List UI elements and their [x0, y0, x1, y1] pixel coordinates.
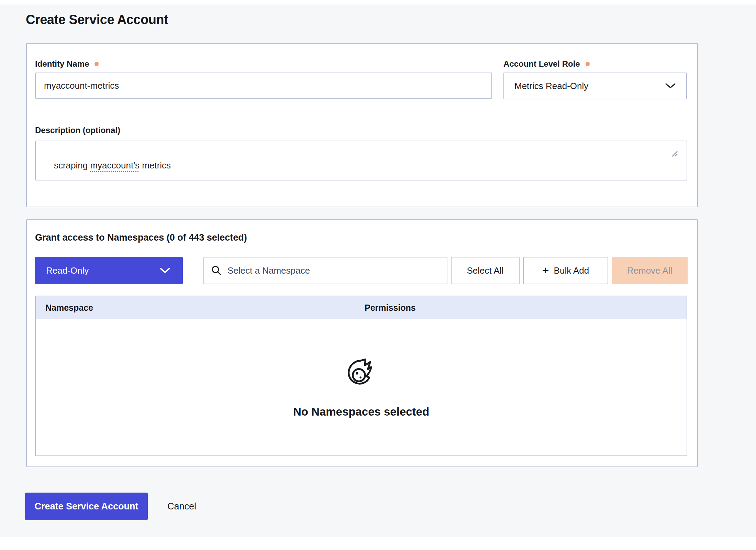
identity-name-input[interactable]: [35, 73, 492, 99]
namespace-search[interactable]: [203, 257, 447, 284]
chevron-down-icon: [159, 267, 170, 274]
description-misspelled-word: myaccount's: [90, 160, 140, 170]
description-label: Description (optional): [35, 125, 120, 135]
description-text: metrics: [140, 160, 171, 170]
comet-icon: [346, 357, 377, 388]
bottom-strip: [0, 537, 756, 550]
cancel-button[interactable]: Cancel: [159, 493, 205, 520]
identity-card: Identity Name Account Level Role Metrics…: [26, 43, 698, 207]
page-title: Create Service Account: [26, 12, 168, 28]
select-all-label: Select All: [467, 265, 504, 276]
empty-state-message: No Namespaces selected: [293, 405, 429, 418]
account-level-role-label-row: Account Level Role: [503, 59, 590, 69]
description-text: scraping: [54, 160, 90, 170]
bulk-add-label: Bulk Add: [554, 265, 589, 276]
permission-dropdown-label: Read-Only: [46, 265, 89, 276]
top-strip: [0, 0, 756, 4]
column-header-namespace: Namespace: [45, 296, 93, 319]
plus-icon: +: [542, 264, 549, 276]
namespaces-table: Namespace Permissions No Namespaces sele…: [35, 296, 687, 456]
remove-all-label: Remove All: [627, 265, 672, 276]
chevron-down-icon: [665, 83, 676, 89]
namespaces-heading: Grant access to Namespaces (0 of 443 sel…: [35, 232, 247, 243]
required-dot-icon: [586, 62, 590, 66]
namespaces-table-header: Namespace Permissions: [36, 296, 687, 319]
identity-name-label-row: Identity Name: [35, 59, 99, 69]
remove-all-button[interactable]: Remove All: [612, 257, 688, 284]
permission-dropdown[interactable]: Read-Only: [35, 257, 183, 284]
bulk-add-button[interactable]: + Bulk Add: [523, 257, 608, 284]
namespaces-card: Grant access to Namespaces (0 of 443 sel…: [26, 219, 698, 467]
select-all-button[interactable]: Select All: [451, 257, 520, 284]
column-header-permissions: Permissions: [365, 296, 416, 319]
account-level-role-label: Account Level Role: [503, 59, 580, 69]
search-icon: [211, 265, 222, 276]
description-textarea[interactable]: scraping myaccount's metrics: [35, 141, 687, 180]
namespace-search-input[interactable]: [227, 265, 440, 276]
create-service-account-button[interactable]: Create Service Account: [25, 493, 148, 520]
identity-name-label: Identity Name: [35, 59, 89, 69]
description-label-row: Description (optional): [35, 125, 120, 135]
resize-handle-icon[interactable]: [671, 129, 686, 179]
namespaces-table-body: No Namespaces selected: [36, 319, 687, 456]
account-level-role-value: Metrics Read-Only: [514, 81, 588, 91]
required-dot-icon: [94, 62, 99, 66]
account-level-role-select[interactable]: Metrics Read-Only: [503, 73, 687, 99]
